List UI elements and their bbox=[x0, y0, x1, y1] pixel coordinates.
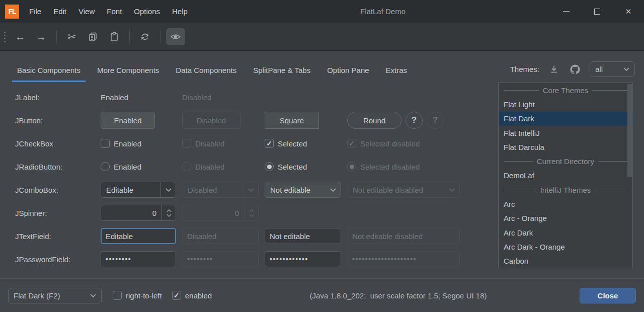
combobox-editable[interactable]: Editable bbox=[101, 182, 176, 198]
menu-font[interactable]: Font bbox=[101, 0, 128, 23]
maximize-button[interactable] bbox=[582, 0, 613, 23]
checkbox-icon bbox=[182, 139, 191, 148]
spinner-disabled: 0 bbox=[182, 205, 259, 221]
right-to-left-checkbox[interactable]: right-to-left bbox=[113, 291, 162, 300]
spinner-disabled-value: 0 bbox=[183, 205, 244, 220]
radio-selected-icon[interactable] bbox=[265, 162, 274, 171]
app-window: FL File Edit View Font Options Help Flat… bbox=[0, 0, 644, 312]
menu-options[interactable]: Options bbox=[128, 0, 166, 23]
textfield-not-editable[interactable]: Not editable bbox=[265, 228, 341, 244]
enabled-checkbox[interactable]: ✓ enabled bbox=[172, 291, 212, 300]
round-button[interactable]: Round bbox=[347, 112, 401, 129]
minimize-button[interactable] bbox=[550, 0, 582, 23]
textfield-editable[interactable]: Editable bbox=[101, 228, 176, 244]
window-controls: ✕ bbox=[550, 0, 644, 23]
status-bar: Flat Dark (F2) right-to-left ✓ enabled (… bbox=[0, 278, 644, 312]
jspinner-row-label: JSpinner: bbox=[15, 209, 95, 217]
jcombobox-row: JComboBox: Editable Disabled Not editabl… bbox=[15, 178, 463, 201]
theme-item-arc-orange[interactable]: Arc - Orange bbox=[499, 211, 632, 225]
toolbar-grip-handle[interactable] bbox=[4, 32, 6, 42]
themes-filter-value: all bbox=[595, 65, 603, 73]
copy-button[interactable] bbox=[84, 28, 103, 45]
back-button[interactable]: ← bbox=[11, 28, 30, 45]
theme-item-carbon[interactable]: Carbon bbox=[499, 254, 632, 268]
chevron-up-icon[interactable] bbox=[167, 209, 172, 212]
checkbox-icon[interactable] bbox=[101, 139, 110, 148]
spinner-value[interactable]: 0 bbox=[101, 205, 162, 220]
jlabel-enabled: Enabled bbox=[101, 93, 176, 102]
theme-item-flat-intellij[interactable]: Flat IntelliJ bbox=[499, 126, 632, 140]
passwordfield-editable[interactable]: •••••••• bbox=[101, 251, 176, 267]
combobox-editable-value[interactable]: Editable bbox=[101, 186, 160, 194]
theme-item-flat-light[interactable]: Flat Light bbox=[499, 97, 632, 111]
jcheckbox-row: JCheckBox Enabled Disabled ✓ Selected ✓ … bbox=[15, 132, 463, 155]
textfield-disabled: Disabled bbox=[182, 228, 259, 244]
menu-file[interactable]: File bbox=[23, 0, 47, 23]
menu-edit[interactable]: Edit bbox=[47, 0, 72, 23]
show-hidden-toggle-button[interactable] bbox=[166, 28, 185, 45]
radio-selected-disabled: Selected disabled bbox=[347, 162, 460, 171]
chevron-up-icon bbox=[249, 209, 254, 212]
theme-item-arc-dark-orange[interactable]: Arc Dark - Orange bbox=[499, 240, 632, 254]
radio-selected[interactable]: Selected bbox=[265, 162, 341, 171]
jbutton-row-label: JButton: bbox=[15, 116, 95, 125]
help-button[interactable]: ? bbox=[406, 112, 423, 129]
theme-item-flat-dark[interactable]: Flat Dark bbox=[499, 112, 632, 126]
tab-data-components[interactable]: Data Components bbox=[171, 61, 242, 82]
github-link-button[interactable] bbox=[569, 63, 582, 76]
menu-view[interactable]: View bbox=[72, 0, 101, 23]
checkbox-disabled-label: Disabled bbox=[195, 139, 224, 148]
clipboard-icon bbox=[109, 32, 119, 42]
checkbox-enabled[interactable]: Enabled bbox=[101, 139, 176, 148]
combobox-not-editable-value: Not editable bbox=[265, 186, 326, 194]
close-window-button[interactable]: ✕ bbox=[613, 0, 644, 23]
tab-extras[interactable]: Extras bbox=[381, 61, 413, 82]
github-icon bbox=[570, 64, 581, 75]
basic-components-panel: JLabel: Enabled Disabled JButton: Enable… bbox=[15, 86, 463, 271]
jradiobutton-row-label: JRadioButton: bbox=[15, 163, 95, 171]
checkbox-selected[interactable]: ✓ Selected bbox=[265, 139, 341, 148]
radio-icon[interactable] bbox=[101, 162, 110, 171]
enabled-button[interactable]: Enabled bbox=[101, 112, 155, 129]
chevron-down-icon[interactable] bbox=[167, 214, 172, 217]
square-button[interactable]: Square bbox=[265, 112, 319, 129]
tab-more-components[interactable]: More Components bbox=[92, 61, 164, 82]
download-themes-button[interactable] bbox=[547, 63, 560, 76]
radio-enabled-label: Enabled bbox=[114, 163, 141, 171]
theme-item-arc-dark[interactable]: Arc Dark bbox=[499, 225, 632, 240]
theme-item-arc[interactable]: Arc bbox=[499, 197, 632, 211]
themes-group-header: Core Themes bbox=[499, 83, 632, 97]
themes-list-scrollbar[interactable] bbox=[627, 84, 632, 177]
laf-selector-value: Flat Dark (F2) bbox=[14, 291, 60, 300]
combobox-not-editable[interactable]: Not editable bbox=[265, 182, 341, 198]
paste-button[interactable] bbox=[105, 28, 124, 45]
checkbox-checked-icon[interactable]: ✓ bbox=[172, 291, 181, 300]
theme-item-demolaf[interactable]: DemoLaf bbox=[499, 169, 632, 183]
radio-enabled[interactable]: Enabled bbox=[101, 162, 176, 171]
theme-item-flat-darcula[interactable]: Flat Darcula bbox=[499, 140, 632, 154]
refresh-button[interactable] bbox=[135, 28, 154, 45]
combobox-not-editable-disabled: Not editable disabled bbox=[347, 182, 460, 198]
eye-icon bbox=[170, 32, 181, 42]
toolbar-separator bbox=[56, 30, 57, 43]
passwordfield-disabled: •••••••• bbox=[182, 251, 259, 267]
spinner-enabled[interactable]: 0 bbox=[101, 205, 176, 221]
tab-basic-components[interactable]: Basic Components bbox=[12, 61, 86, 82]
jlabel-row: JLabel: Enabled Disabled bbox=[15, 86, 463, 109]
checkbox-icon[interactable] bbox=[113, 291, 122, 300]
checkbox-checked-icon[interactable]: ✓ bbox=[265, 139, 274, 148]
passwordfield-not-editable[interactable]: •••••••••••• bbox=[265, 251, 341, 267]
tab-splitpane-tabs[interactable]: SplitPane & Tabs bbox=[248, 61, 315, 82]
laf-selector-combobox[interactable]: Flat Dark (F2) bbox=[8, 288, 102, 303]
menu-bar: File Edit View Font Options Help bbox=[23, 0, 194, 23]
themes-filter-combobox[interactable]: all bbox=[590, 61, 635, 77]
themes-header: Themes: all bbox=[510, 61, 635, 82]
tab-option-pane[interactable]: Option Pane bbox=[322, 61, 374, 82]
cut-button[interactable]: ✂ bbox=[62, 28, 82, 45]
menu-help[interactable]: Help bbox=[166, 0, 194, 23]
forward-button[interactable]: → bbox=[32, 28, 51, 45]
app-logo-icon: FL bbox=[5, 5, 19, 19]
close-button[interactable]: Close bbox=[580, 288, 636, 303]
radio-disabled-label: Disabled bbox=[195, 163, 224, 171]
jcheckbox-row-label: JCheckBox bbox=[15, 139, 95, 148]
